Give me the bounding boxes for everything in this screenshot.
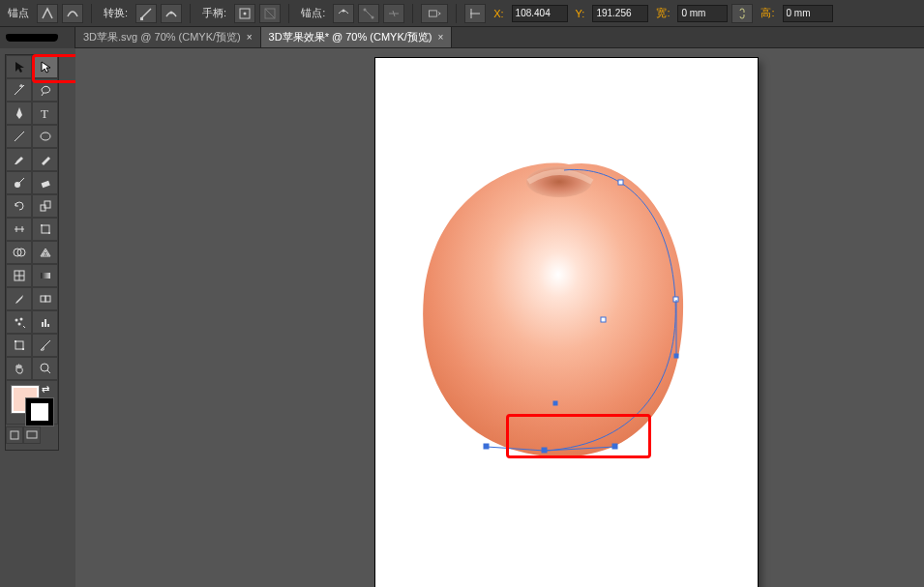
svg-point-3 <box>244 12 247 15</box>
svg-point-39 <box>41 364 48 371</box>
svg-rect-46 <box>601 317 606 322</box>
artboard-tool[interactable] <box>6 334 32 357</box>
svg-rect-9 <box>430 10 437 15</box>
document-tabs: 3D苹果.svg @ 70% (CMYK/预览) × 3D苹果效果* @ 70%… <box>0 27 924 48</box>
symbol-sprayer-tool[interactable] <box>6 310 32 334</box>
handle-hide-button[interactable] <box>259 4 281 23</box>
y-input[interactable] <box>592 5 648 22</box>
svg-rect-16 <box>41 181 49 188</box>
x-input[interactable] <box>512 5 568 22</box>
convert-to-smooth-button[interactable] <box>161 4 182 23</box>
column-graph-tool[interactable] <box>32 310 58 334</box>
zoom-tool[interactable] <box>32 357 58 380</box>
pen-tool[interactable] <box>6 102 32 125</box>
svg-point-32 <box>17 323 20 326</box>
tools-panel: T⇄ ╱ <box>5 54 59 451</box>
svg-line-13 <box>15 132 24 141</box>
svg-line-40 <box>47 370 50 373</box>
close-icon[interactable]: × <box>247 32 253 43</box>
svg-point-6 <box>343 9 345 12</box>
svg-rect-53 <box>553 401 557 405</box>
screen-mode-button[interactable] <box>23 426 41 444</box>
svg-rect-38 <box>22 348 24 350</box>
gradient-tool[interactable] <box>32 264 58 287</box>
x-label: X: <box>490 8 507 19</box>
slice-tool[interactable] <box>32 334 58 357</box>
cut-path-button[interactable] <box>383 4 404 23</box>
svg-rect-52 <box>612 444 617 449</box>
type-tool[interactable]: T <box>32 102 58 125</box>
document-tab[interactable]: 3D苹果效果* @ 70% (CMYK/预览) × <box>261 27 453 47</box>
anchor-point-label: 锚点 <box>4 6 33 20</box>
canvas-area[interactable] <box>75 48 924 587</box>
hand-tool[interactable] <box>6 357 32 380</box>
lasso-tool[interactable] <box>32 78 58 102</box>
apple-body[interactable] <box>423 163 683 457</box>
svg-rect-35 <box>47 324 49 327</box>
control-bar: 锚点 转换: 手柄: 锚点: X: Y: 宽: 高: <box>0 0 924 27</box>
handle-show-button[interactable] <box>234 4 255 23</box>
width-tool[interactable] <box>6 218 32 241</box>
magic-wand-tool[interactable] <box>6 78 32 102</box>
align-edge-button[interactable] <box>464 4 486 23</box>
rotate-tool[interactable] <box>6 194 32 218</box>
svg-rect-50 <box>484 444 489 449</box>
svg-rect-28 <box>41 296 45 302</box>
svg-rect-27 <box>41 273 50 279</box>
svg-rect-29 <box>45 296 50 302</box>
artwork-svg <box>375 58 758 587</box>
svg-point-7 <box>364 8 367 11</box>
fill-stroke-swatch[interactable]: ⇄ <box>6 380 58 425</box>
handle-label: 手柄: <box>198 6 230 20</box>
remove-anchor-button[interactable] <box>333 4 354 23</box>
link-wh-button[interactable] <box>731 4 753 23</box>
svg-point-31 <box>19 318 22 321</box>
convert-to-corner-button[interactable] <box>135 4 157 23</box>
eyedropper-tool[interactable] <box>6 287 32 310</box>
document-tab-label: 3D苹果效果* @ 70% (CMYK/预览) <box>269 30 432 44</box>
svg-rect-36 <box>15 341 23 349</box>
svg-point-1 <box>170 11 173 14</box>
anchor-convert-corner-button[interactable] <box>37 4 58 23</box>
direct-selection-tool[interactable] <box>32 55 58 78</box>
document-tab[interactable]: 3D苹果.svg @ 70% (CMYK/预览) × <box>75 27 261 47</box>
close-icon[interactable]: × <box>437 32 443 43</box>
svg-rect-43 <box>618 180 623 185</box>
h-input[interactable] <box>783 5 833 22</box>
stroke-swatch[interactable] <box>26 398 53 426</box>
draw-normal-button[interactable] <box>6 426 23 444</box>
line-segment-tool[interactable] <box>6 125 32 148</box>
pencil-tool[interactable] <box>32 148 58 171</box>
svg-point-8 <box>372 15 374 18</box>
swap-fill-stroke-icon[interactable]: ⇄ <box>42 384 49 395</box>
svg-rect-34 <box>45 319 46 327</box>
convert-label: 转换: <box>100 6 132 20</box>
blend-tool[interactable] <box>32 287 58 310</box>
shape-builder-tool[interactable] <box>6 241 32 264</box>
anchor-convert-smooth-button[interactable] <box>62 4 83 23</box>
svg-point-21 <box>48 232 50 234</box>
paintbrush-tool[interactable] <box>6 148 32 171</box>
svg-rect-19 <box>42 225 49 233</box>
h-label: 高: <box>757 6 778 20</box>
mesh-tool[interactable] <box>6 264 32 287</box>
connect-anchor-button[interactable] <box>358 4 379 23</box>
y-label: Y: <box>572 8 589 19</box>
selection-tool[interactable] <box>6 55 32 78</box>
ellipse-tool[interactable] <box>32 125 58 148</box>
brush-preview-gadget[interactable] <box>0 27 75 48</box>
svg-rect-0 <box>140 17 143 20</box>
scale-tool[interactable] <box>32 194 58 218</box>
svg-point-20 <box>41 224 43 226</box>
isolate-button[interactable] <box>421 4 448 23</box>
svg-line-5 <box>265 9 275 18</box>
eraser-tool[interactable] <box>32 171 58 194</box>
perspective-grid-tool[interactable] <box>32 241 58 264</box>
free-transform-tool[interactable] <box>32 218 58 241</box>
svg-text:T: T <box>41 106 48 120</box>
svg-rect-33 <box>42 322 44 327</box>
svg-rect-48 <box>674 354 678 358</box>
w-input[interactable] <box>677 5 728 22</box>
w-label: 宽: <box>652 6 673 20</box>
blob-brush-tool[interactable] <box>6 171 32 194</box>
